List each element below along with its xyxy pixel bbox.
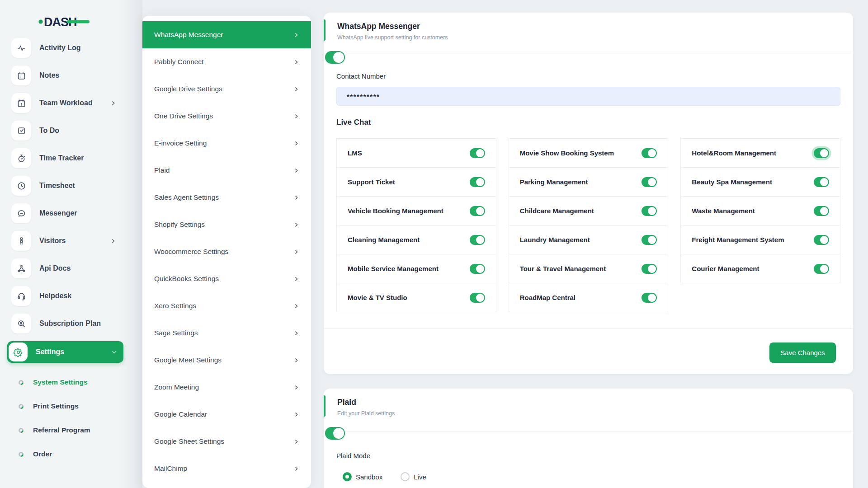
- settings-submenu: System Settings Print Settings Referral …: [0, 372, 142, 468]
- toggle-freight-management-system[interactable]: [814, 235, 829, 245]
- toggle-movie-show-booking-system[interactable]: [642, 148, 657, 158]
- submenu-item-label: Print Settings: [33, 402, 79, 410]
- submenu-item-label: Referral Program: [33, 426, 90, 434]
- toggle-hotel-room-management[interactable]: [814, 148, 829, 158]
- sidebar-item-to-do[interactable]: To Do: [11, 121, 116, 141]
- chevron-right-icon: [293, 276, 299, 282]
- sidebar-item-timesheet[interactable]: Timesheet: [11, 176, 116, 196]
- module-row: Movie & TV Studio: [336, 283, 496, 312]
- menu-item-pabbly-connect[interactable]: Pabbly Connect: [142, 48, 311, 75]
- save-changes-button[interactable]: Save Changes: [769, 343, 836, 363]
- chevron-right-icon: [293, 59, 299, 65]
- toggle-parking-management[interactable]: [642, 177, 657, 187]
- submenu-item-system-settings[interactable]: System Settings: [19, 372, 142, 392]
- submenu-item-print-settings[interactable]: Print Settings: [19, 396, 142, 416]
- toggle-vehicle-booking-management[interactable]: [470, 206, 485, 216]
- menu-item-google-meet-settings[interactable]: Google Meet Settings: [142, 347, 311, 374]
- sidebar-item-settings[interactable]: Settings: [7, 341, 123, 363]
- live-chat-heading: Live Chat: [336, 118, 840, 127]
- menu-item-google-drive-settings[interactable]: Google Drive Settings: [142, 75, 311, 103]
- toggle-movie-tv-studio[interactable]: [470, 293, 485, 303]
- bullet-icon: [18, 403, 25, 410]
- sidebar-item-time-tracker[interactable]: Time Tracker: [11, 148, 116, 168]
- sidebar-item-label: Helpdesk: [39, 292, 71, 300]
- contact-number-input[interactable]: [336, 87, 840, 106]
- radio-live-label: Live: [414, 473, 426, 481]
- card-subtitle: WhatsApp live support setting for custom…: [337, 34, 841, 41]
- module-row: Courier Management: [680, 254, 840, 283]
- module-row: Support Ticket: [336, 167, 496, 197]
- card-body: Contact Number Live Chat LMS Support Tic…: [324, 72, 853, 312]
- menu-item-plaid[interactable]: Plaid: [142, 157, 311, 184]
- radio-live[interactable]: [401, 472, 410, 481]
- plaid-mode-label: Plaid Mode: [336, 452, 840, 460]
- chevron-right-icon: [293, 86, 299, 92]
- menu-item-xero-settings[interactable]: Xero Settings: [142, 292, 311, 319]
- submenu-item-referral-program[interactable]: Referral Program: [19, 420, 142, 440]
- sidebar-item-subscription-plan[interactable]: Subscription Plan: [11, 314, 116, 333]
- toggle-support-ticket[interactable]: [470, 177, 485, 187]
- toggle-childcare-management[interactable]: [642, 206, 657, 216]
- module-row: Freight Management System: [680, 225, 840, 254]
- whatsapp-enabled-toggle[interactable]: [325, 51, 345, 64]
- radio-sandbox[interactable]: [343, 472, 352, 481]
- sidebar-item-notes[interactable]: Notes: [11, 66, 116, 85]
- calendar-day-icon: [11, 93, 31, 113]
- chevron-right-icon: [293, 113, 299, 119]
- sidebar-item-label: Time Tracker: [39, 154, 84, 162]
- menu-item-zoom-meeting[interactable]: Zoom Meeting: [142, 374, 311, 401]
- module-row: Parking Management: [509, 167, 669, 197]
- menu-item-sage-settings[interactable]: Sage Settings: [142, 319, 311, 347]
- menu-item-shopify-settings[interactable]: Shopify Settings: [142, 211, 311, 238]
- toggle-mobile-service-management[interactable]: [470, 264, 485, 274]
- toggle-cleaning-management[interactable]: [470, 235, 485, 245]
- sidebar: DASH Activity Log Notes Tea: [0, 0, 142, 488]
- sidebar-item-messenger[interactable]: Messenger: [11, 203, 116, 223]
- module-row: Vehicle Booking Management: [336, 196, 496, 225]
- card-title: WhatsApp Messenger: [337, 22, 841, 31]
- menu-item-quickbooks-settings[interactable]: QuickBooks Settings: [142, 265, 311, 292]
- plaid-mode-options: Sandbox Live: [336, 472, 840, 481]
- submenu-item-order[interactable]: Order: [19, 444, 142, 464]
- sidebar-item-api-docs[interactable]: Api Docs: [11, 258, 116, 278]
- toggle-laundry-management[interactable]: [642, 235, 657, 245]
- chevron-right-icon: [293, 357, 299, 363]
- gear-icon: [9, 343, 28, 361]
- chevron-right-icon: [293, 168, 299, 174]
- plaid-enabled-toggle[interactable]: [325, 427, 345, 440]
- menu-item-google-sheet-settings[interactable]: Google Sheet Settings: [142, 428, 311, 455]
- bullet-icon: [18, 450, 25, 458]
- search-dollar-icon: [11, 314, 31, 333]
- menu-item-e-invoice-setting[interactable]: E-invoice Setting: [142, 130, 311, 157]
- sidebar-item-visitors[interactable]: Visitors: [11, 231, 116, 251]
- module-row: Childcare Management: [509, 196, 669, 225]
- module-row: Laundry Management: [509, 225, 669, 254]
- sidebar-item-label: Team Workload: [39, 99, 93, 107]
- sidebar-item-team-workload[interactable]: Team Workload: [11, 93, 116, 113]
- menu-item-woocommerce-settings[interactable]: Woocommerce Settings: [142, 238, 311, 265]
- toggle-beauty-spa-management[interactable]: [814, 177, 829, 187]
- sidebar-item-label: Visitors: [39, 237, 66, 245]
- checkbox-icon: [11, 121, 31, 141]
- toggle-tour-travel-management[interactable]: [642, 264, 657, 274]
- radio-sandbox-label: Sandbox: [356, 473, 382, 481]
- toggle-waste-management[interactable]: [814, 206, 829, 216]
- menu-item-sales-agent-settings[interactable]: Sales Agent Settings: [142, 184, 311, 211]
- whatsapp-settings-card: WhatsApp Messenger WhatsApp live support…: [324, 13, 853, 374]
- toggle-courier-management[interactable]: [814, 264, 829, 274]
- menu-item-whatsapp-messenger[interactable]: WhatsApp Messenger: [142, 21, 311, 48]
- module-row: RoadMap Central: [509, 283, 669, 312]
- sidebar-item-activity-log[interactable]: Activity Log: [11, 38, 116, 58]
- menu-item-mailchimp[interactable]: MailChimp: [142, 455, 311, 482]
- chevron-right-icon: [293, 249, 299, 255]
- app-root: DASH Activity Log Notes Tea: [0, 0, 868, 488]
- toggle-lms[interactable]: [470, 148, 485, 158]
- submenu-item-label: System Settings: [33, 378, 88, 386]
- menu-item-one-drive-settings[interactable]: One Drive Settings: [142, 103, 311, 130]
- toggle-roadmap-central[interactable]: [642, 293, 657, 303]
- chevron-right-icon: [293, 32, 299, 38]
- activity-icon: [11, 38, 31, 58]
- brand-logo[interactable]: DASH: [38, 14, 91, 32]
- menu-item-google-calendar[interactable]: Google Calendar: [142, 401, 311, 428]
- sidebar-item-helpdesk[interactable]: Helpdesk: [11, 286, 116, 306]
